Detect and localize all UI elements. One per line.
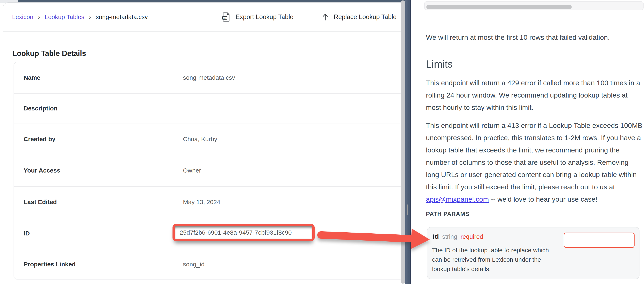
export-button-label: Export Lookup Table [236, 13, 294, 21]
limits-paragraph-429: This endpoint will return a 429 error if… [426, 77, 643, 114]
chevron-right-icon: › [38, 13, 40, 20]
param-required-badge: required [460, 233, 483, 240]
paragraph-text: This endpoint will return a 413 error if… [426, 122, 642, 191]
apis-mixpanel-email-link[interactable]: apis@mixpanel.com [426, 195, 489, 203]
svg-text:csv: csv [223, 17, 226, 19]
limits-heading: Limits [426, 58, 453, 70]
detail-label: Name [24, 74, 40, 81]
detail-row-name: Name song-metadata.csv [14, 62, 401, 93]
code-block-hscrollbar [424, 1, 644, 10]
param-name: id [433, 232, 439, 240]
detail-value: song-metadata.csv [183, 74, 235, 81]
detail-label: Description [24, 105, 58, 112]
param-description: The ID of the lookup table to replace wh… [432, 246, 551, 274]
path-param-card: id string required The ID of the lookup … [427, 227, 640, 279]
param-id-input[interactable] [564, 233, 634, 248]
path-params-label: PATH PARAMS [426, 211, 470, 217]
csv-file-icon: csv [222, 12, 230, 22]
back-window-scrollbar-thumb[interactable] [407, 204, 408, 215]
detail-label: Created by [24, 136, 56, 142]
header-bar: Lexicon › Lookup Tables › song-metadata.… [3, 3, 401, 31]
paragraph-text: -- we'd love to hear your use case! [489, 195, 598, 203]
limits-paragraph-413: This endpoint will return a 413 error if… [426, 119, 643, 205]
replace-lookup-table-button[interactable]: Replace Lookup Table [322, 3, 396, 31]
breadcrumb-current: song-metadata.csv [96, 13, 148, 20]
detail-row-last-edited: Last Edited May 13, 2024 [14, 186, 401, 218]
detail-label: Last Edited [24, 199, 57, 206]
detail-label: ID [24, 230, 30, 237]
param-header: id string required [433, 232, 483, 240]
breadcrumb: Lexicon › Lookup Tables › song-metadata.… [12, 3, 148, 31]
linked-property-link[interactable]: song_id [183, 261, 204, 268]
left-window-scrollbar-thumb[interactable] [401, 0, 405, 284]
lookup-table-id-value[interactable]: 25d7f2b6-6901-4e8a-9457-7cbf931f8c90 [175, 226, 312, 239]
param-type: string [442, 233, 457, 240]
back-window-top-edge [18, 0, 411, 2]
back-window-vertical-edge [406, 0, 411, 284]
export-lookup-table-button[interactable]: csv Export Lookup Table [222, 3, 294, 31]
replace-button-label: Replace Lookup Table [334, 13, 396, 21]
breadcrumb-link-lexicon[interactable]: Lexicon [12, 13, 33, 20]
annotation-highlight-box: 25d7f2b6-6901-4e8a-9457-7cbf931f8c90 [172, 224, 314, 241]
page-title: Lookup Table Details [12, 49, 86, 58]
detail-label: Properties Linked [24, 261, 76, 268]
detail-row-your-access: Your Access Owner [14, 155, 401, 186]
api-docs-window: We will return at most the first 10 rows… [411, 0, 644, 284]
detail-label: Your Access [24, 167, 60, 174]
hscrollbar-thumb[interactable] [426, 5, 572, 9]
detail-row-description: Description [14, 93, 401, 124]
detail-value: Chua, Kurby [183, 136, 217, 142]
up-arrow-icon [322, 13, 329, 21]
breadcrumb-link-lookup-tables[interactable]: Lookup Tables [45, 13, 84, 20]
chevron-right-icon: › [89, 13, 91, 20]
lookup-table-details-card: Name song-metadata.csv Description Creat… [14, 62, 401, 280]
docs-intro-text: We will return at most the first 10 rows… [426, 31, 644, 43]
detail-row-properties-linked: Properties Linked song_id [14, 249, 401, 280]
detail-value: Owner [183, 167, 201, 174]
lexicon-window: Lexicon › Lookup Tables › song-metadata.… [3, 2, 401, 284]
detail-value: May 13, 2024 [183, 199, 220, 206]
detail-row-created-by: Created by Chua, Kurby [14, 124, 401, 155]
